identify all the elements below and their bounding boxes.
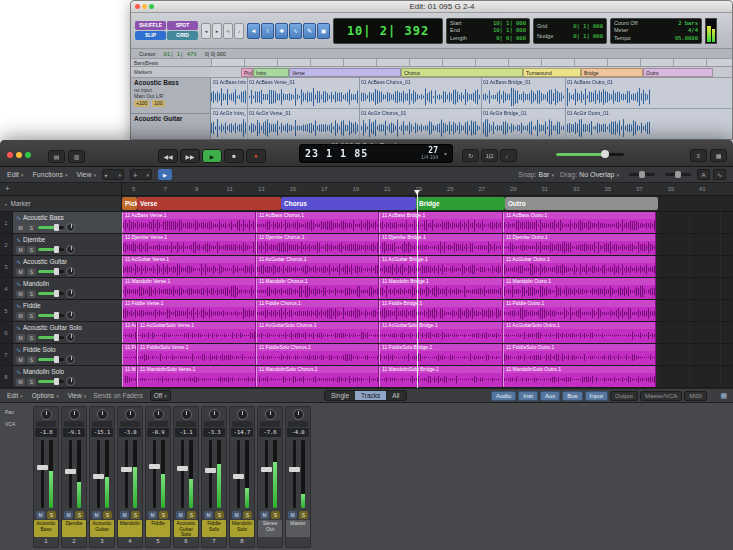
- mute-button[interactable]: M: [176, 511, 185, 519]
- channel-strip-acoustic-guitar[interactable]: -15.1MSAcoustic Guitar3: [89, 406, 115, 548]
- solo-button[interactable]: S: [131, 511, 140, 519]
- add-track-button[interactable]: +: [5, 184, 10, 194]
- inspector-icon[interactable]: ▥: [68, 150, 85, 163]
- region-11-djembe-verse-1[interactable]: 11 Djembe Verse.1: [122, 234, 256, 255]
- field-value[interactable]: 4/4: [688, 27, 698, 34]
- pt-marker-turnaround[interactable]: Turnaround: [523, 68, 581, 77]
- field-value[interactable]: 0| 0| 000: [496, 35, 526, 42]
- solo-button[interactable]: S: [27, 334, 36, 342]
- gain-readout[interactable]: -9.1: [63, 428, 85, 437]
- solo-button[interactable]: S: [27, 268, 36, 276]
- mute-button[interactable]: M: [92, 511, 101, 519]
- arrangement-bridge[interactable]: Bridge: [416, 197, 505, 210]
- play-button[interactable]: ▶: [202, 149, 222, 163]
- region-11-fiddle-chorus-1[interactable]: 11 Fiddle Chorus.1: [256, 300, 379, 321]
- selector-tool-icon[interactable]: I: [261, 23, 274, 39]
- pt-marker-bridge[interactable]: Bridge: [581, 68, 643, 77]
- solo-button[interactable]: S: [103, 511, 112, 519]
- zoom-button[interactable]: [25, 152, 31, 158]
- region-11-acguitarsolo-chorus-1[interactable]: 11 AcGuitarSolo Chorus.1: [256, 322, 379, 343]
- region-11-acguitarsolo-bridge-1[interactable]: 11 AcGuitarSolo Bridge.1: [379, 322, 503, 343]
- fader-cap[interactable]: [149, 464, 160, 469]
- region-11-acguitarsolo-outro-1[interactable]: 11 AcGuitarSolo Outro.1: [503, 322, 656, 343]
- gain-readout[interactable]: -3.3: [203, 428, 225, 437]
- region-11-fiddle-bridge-1[interactable]: 11 Fiddle Bridge.1: [379, 300, 503, 321]
- fader-cap[interactable]: [121, 467, 132, 472]
- volume-slider[interactable]: [38, 292, 64, 295]
- fader-cap[interactable]: [289, 467, 300, 472]
- mute-button[interactable]: M: [16, 246, 25, 254]
- drag-control[interactable]: Drag: No Overlap ▾: [560, 171, 619, 178]
- fader[interactable]: [181, 440, 184, 508]
- solo-button[interactable]: S: [27, 378, 36, 386]
- pan-knob[interactable]: [237, 409, 248, 420]
- channel-strip-mandolin-solo[interactable]: -14.7MSMandolin Solo8: [229, 406, 255, 548]
- pan-knob[interactable]: [265, 409, 276, 420]
- volume-slider[interactable]: [38, 380, 64, 383]
- mute-button[interactable]: M: [232, 511, 241, 519]
- lcd-display[interactable]: 23 1 1 85 27 1/4 104 ▾: [299, 144, 453, 163]
- midi-zoom-icon[interactable]: ♪: [234, 23, 244, 39]
- zoom-button[interactable]: [149, 4, 154, 9]
- gain-readout[interactable]: -14.7: [231, 428, 253, 437]
- mute-button[interactable]: M: [288, 511, 297, 519]
- mute-button[interactable]: M: [120, 511, 129, 519]
- pan-knob[interactable]: [66, 333, 75, 342]
- channel-strip-djembe[interactable]: -9.1MSDjembe2: [61, 406, 87, 548]
- fader-cap[interactable]: [37, 465, 48, 470]
- mixer-menu-options[interactable]: Options▾: [32, 392, 59, 399]
- region-11-ma[interactable]: 11 Ma: [122, 366, 137, 387]
- sends-mode-select[interactable]: Off ▾: [150, 390, 171, 401]
- catch-playhead-button[interactable]: ▶: [158, 169, 172, 180]
- field-value[interactable]: 2 bars: [678, 20, 698, 27]
- solo-button[interactable]: S: [215, 511, 224, 519]
- mute-button[interactable]: M: [64, 511, 73, 519]
- fader[interactable]: [293, 440, 296, 508]
- gain-readout[interactable]: -7.6: [259, 428, 281, 437]
- fader[interactable]: [41, 440, 44, 508]
- pan-knob[interactable]: [66, 223, 75, 232]
- pan-knob[interactable]: [69, 409, 80, 420]
- rewind-button[interactable]: ◀◀: [158, 149, 178, 163]
- channel-strip-acoustic-guitar-solo[interactable]: -1.1MSAcoustic Guitar Solo6: [173, 406, 199, 548]
- gain-readout[interactable]: -1.1: [175, 428, 197, 437]
- fader-cap[interactable]: [177, 466, 188, 471]
- region-11-acbass-bridge-1[interactable]: 11 AcBass Bridge.1: [379, 212, 503, 233]
- fader[interactable]: [265, 440, 268, 508]
- track-header-djembe[interactable]: 2∿DjembeMS: [0, 234, 122, 256]
- mixer-view-single[interactable]: Single: [325, 391, 355, 400]
- region-01-acgtr-bridge-01[interactable]: 01 AcGtr Bridge_01: [483, 110, 527, 116]
- solo-button[interactable]: S: [27, 246, 36, 254]
- mute-button[interactable]: M: [16, 356, 25, 364]
- channel-strip-fiddle[interactable]: -0.9MSFiddle5: [145, 406, 171, 548]
- region-11-djembe-bridge-1[interactable]: 11 Djembe Bridge.1: [379, 234, 503, 255]
- menu-functions[interactable]: Functions▾: [33, 171, 68, 178]
- mute-button[interactable]: M: [16, 224, 25, 232]
- menu-view[interactable]: View▾: [76, 171, 96, 178]
- gain-readout[interactable]: -0.9: [147, 428, 169, 437]
- volume-slider[interactable]: [38, 336, 64, 339]
- fader[interactable]: [209, 440, 212, 508]
- channel-strip-acoustic-bass[interactable]: -1.8MSAcoustic Bass1: [33, 406, 59, 548]
- fader-cap[interactable]: [261, 467, 272, 472]
- region-11-acguitarsolo-verse-1[interactable]: 11 AcGuitarSolo Verse.1: [137, 322, 256, 343]
- track-header-acoustic-guitar-solo[interactable]: 6∿Acoustic Guitar SoloMS: [0, 322, 122, 344]
- pt-marker-outro[interactable]: Outro: [643, 68, 713, 77]
- region-11-fiddlesolo-bridge-1[interactable]: 11 FiddleSolo Bridge.1: [379, 344, 503, 365]
- track-header-mandolin-solo[interactable]: 8∿Mandolin SoloMS: [0, 366, 122, 388]
- controls-icon[interactable]: ▦: [710, 149, 727, 162]
- region-01-acbass-outro-01[interactable]: 01 AcBass Outro_01: [567, 79, 613, 85]
- field-value[interactable]: 95.0000: [675, 35, 698, 42]
- mixer-view-icon[interactable]: ▦: [720, 392, 727, 400]
- flex-icon[interactable]: ∿: [713, 169, 726, 180]
- fader[interactable]: [237, 440, 240, 508]
- volume-value[interactable]: +100: [134, 100, 149, 107]
- region-11-acbass-chorus-1[interactable]: 11 AcBass Chorus.1: [256, 212, 379, 233]
- track-header-fiddle[interactable]: 5∿FiddleMS: [0, 300, 122, 322]
- fader-cap[interactable]: [93, 474, 104, 479]
- bar-ruler[interactable]: 57911131517192123252729313335373941: [122, 183, 733, 196]
- pan-knob[interactable]: [66, 355, 75, 364]
- mute-button[interactable]: M: [16, 378, 25, 386]
- pt-mode-slip-button[interactable]: SLIP: [135, 31, 166, 40]
- mute-button[interactable]: M: [204, 511, 213, 519]
